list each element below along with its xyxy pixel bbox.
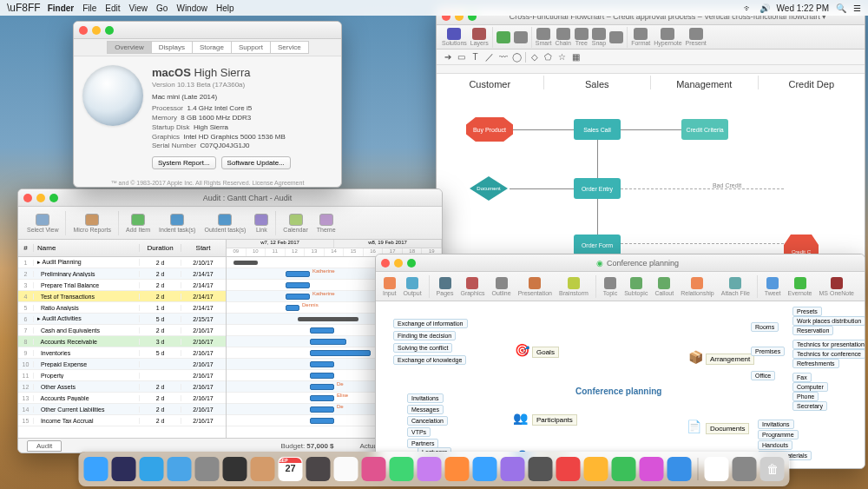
curve-icon[interactable]: 〰	[497, 51, 509, 63]
gantt-bar[interactable]	[310, 384, 334, 390]
dock-appstore[interactable]	[473, 457, 497, 481]
software-update-button[interactable]: Software Update...	[221, 156, 291, 169]
zoom-icon[interactable]	[105, 26, 114, 35]
dock-pixelmator[interactable]	[362, 457, 386, 481]
gantt-row[interactable]: 2 Preliminary Analysis2 d2/14/17	[18, 268, 226, 280]
flow-tb-item2[interactable]	[496, 31, 510, 43]
mind-node[interactable]: Arrangement	[706, 354, 754, 365]
list-icon[interactable]: ☰	[853, 3, 861, 13]
dock-safari[interactable]	[140, 457, 164, 481]
mind-node[interactable]: Goals	[532, 347, 559, 358]
mind-node[interactable]: Premises	[751, 347, 785, 356]
dock-concept4[interactable]	[667, 457, 692, 481]
pentagon-icon[interactable]: ⬠	[542, 51, 554, 63]
mind-node[interactable]: Secretary	[792, 401, 827, 411]
flow-tb-item3[interactable]	[514, 31, 528, 43]
about-tab-displays[interactable]: Displays	[151, 41, 193, 54]
gantt-tb-link[interactable]: Link	[253, 214, 270, 233]
mind-node[interactable]: Invitations	[407, 393, 444, 403]
line-icon[interactable]: ／	[483, 51, 495, 63]
pointer-icon[interactable]: ➔	[442, 51, 453, 63]
menu-go[interactable]: Go	[156, 3, 168, 13]
mind-node[interactable]: Work places distribution	[792, 316, 865, 326]
about-titlebar[interactable]	[74, 22, 341, 39]
mind-center[interactable]: Conference planning	[571, 385, 666, 398]
flow-tb-Present[interactable]: Present	[686, 28, 707, 46]
mind-node[interactable]: Messages	[407, 405, 444, 414]
dock-doc[interactable]	[705, 457, 729, 481]
gantt-bar[interactable]	[233, 261, 258, 265]
gantt-row[interactable]: 3 Prepare Trial Balance2 d2/14/17	[18, 280, 226, 291]
shape-document[interactable]: Document	[470, 176, 508, 201]
gantt-bar[interactable]	[310, 373, 334, 379]
dock-ibooks[interactable]	[445, 457, 470, 481]
shape-order-form[interactable]: Order Form	[574, 235, 621, 255]
mind-node[interactable]: Technics for presentation	[792, 340, 865, 349]
about-tab-service[interactable]: Service	[270, 41, 309, 54]
mind-tb-graphics[interactable]: Graphics	[460, 277, 484, 296]
dock-mail[interactable]	[168, 457, 192, 481]
close-icon[interactable]	[23, 194, 32, 202]
mind-node[interactable]: Cancelation	[407, 416, 448, 426]
ellipse-icon[interactable]: ◯	[511, 51, 523, 63]
gantt-row[interactable]: 13 Accounts Payable2 d2/16/17	[18, 393, 226, 404]
flow-tb-Snap[interactable]: Snap	[592, 28, 606, 46]
gantt-titlebar[interactable]: Audit : Gantt Chart - Audit	[18, 189, 442, 207]
mind-node[interactable]: Participants	[532, 414, 577, 426]
mind-tb-presentation[interactable]: Presentation	[518, 277, 552, 296]
dock-trash[interactable]: 🗑	[760, 457, 785, 481]
close-icon[interactable]	[79, 26, 88, 35]
mind-node[interactable]: Rooms	[751, 322, 779, 332]
mind-tb-tweet[interactable]: Tweet	[765, 277, 781, 296]
gantt-tb-select-view[interactable]: Select View	[25, 214, 60, 233]
flow-tb-Format[interactable]: Format	[631, 28, 650, 46]
gantt-bar[interactable]	[286, 282, 310, 288]
gantt-bar[interactable]	[310, 395, 334, 401]
gantt-bar[interactable]	[298, 317, 358, 321]
gantt-bar[interactable]	[310, 339, 346, 345]
minimize-icon[interactable]	[394, 259, 403, 268]
gantt-row[interactable]: 8 Accounts Receivable3 d2/16/17	[18, 336, 226, 347]
gantt-row[interactable]: 4 Test of Transactions2 d2/14/17	[18, 291, 226, 302]
mind-node[interactable]: Exchange of knowledge	[393, 355, 466, 365]
gantt-row[interactable]: 14 Other Current Liabilities2 d2/16/17	[18, 404, 226, 415]
close-icon[interactable]	[381, 259, 390, 268]
dock-concept3[interactable]	[640, 457, 664, 481]
zoom-icon[interactable]	[407, 259, 416, 268]
gantt-bar[interactable]	[310, 327, 334, 334]
shape-credit-criteria[interactable]: Credit Criteria	[681, 119, 728, 140]
menu-edit[interactable]: Edit	[105, 3, 120, 13]
menu-view[interactable]: View	[129, 3, 148, 13]
zoom-icon[interactable]	[49, 194, 58, 202]
dock-preferences[interactable]	[195, 457, 220, 481]
mind-node[interactable]: Handouts	[758, 440, 792, 450]
mind-tb-outline[interactable]: Outline	[491, 277, 510, 296]
mind-node[interactable]: Finding the decision	[393, 331, 456, 340]
gantt-tb-add-item[interactable]: Add Item	[124, 214, 152, 233]
mind-tb-brainstorm[interactable]: Brainstorm	[559, 277, 589, 296]
mind-tb-topic[interactable]: Topic	[603, 277, 617, 296]
dock-terminal[interactable]	[223, 457, 247, 481]
dock-photos[interactable]	[334, 457, 358, 481]
mind-tb-evernote[interactable]: Evernote	[788, 277, 812, 296]
gantt-bar[interactable]	[286, 271, 310, 277]
dock-colorpicker[interactable]	[556, 457, 581, 481]
shape-buy-product[interactable]: Buy Product	[466, 117, 513, 142]
mind-node[interactable]: Refreshments	[792, 359, 839, 368]
mind-node[interactable]: Office	[751, 371, 775, 380]
menu-help[interactable]: Help	[216, 3, 234, 13]
mind-node[interactable]: Documents	[706, 423, 749, 434]
gantt-row[interactable]: 12 Other Assets2 d2/16/17	[18, 381, 226, 393]
mind-tb-attach-file[interactable]: Attach File	[721, 277, 750, 296]
gantt-tb-indent-task-s-[interactable]: Indent task(s)	[157, 214, 197, 233]
mind-node[interactable]: Fax	[792, 373, 812, 382]
flow-tb-Smart[interactable]: Smart	[536, 28, 552, 46]
menubar-app[interactable]: Finder	[48, 3, 75, 13]
dock-calendar[interactable]: SEP27	[279, 457, 303, 481]
mind-node[interactable]: Programme	[758, 430, 799, 439]
mind-node[interactable]: Computer	[792, 382, 828, 392]
shape-sales-call[interactable]: Sales Call	[574, 119, 621, 140]
dock-app1[interactable]	[501, 457, 525, 481]
mind-titlebar[interactable]: ◉Conference planning	[376, 254, 865, 272]
mind-tb-pages[interactable]: Pages	[437, 277, 454, 296]
